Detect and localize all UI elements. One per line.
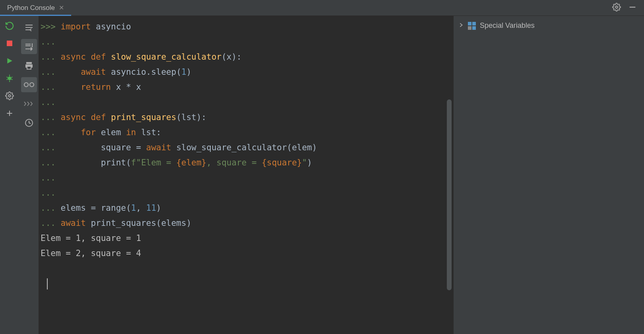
show-variables-icon[interactable] (21, 77, 37, 92)
svg-point-11 (8, 95, 11, 97)
debug-icon[interactable] (4, 73, 15, 84)
console-output[interactable]: >>> import asyncio ... ... async def slo… (39, 16, 453, 334)
print-icon[interactable] (21, 58, 37, 73)
special-variables-label: Special Variables (480, 21, 535, 30)
svg-rect-21 (26, 62, 32, 64)
tab-group: Python Console ✕ (0, 0, 71, 16)
svg-point-24 (24, 83, 28, 87)
command-queue-icon[interactable] (21, 96, 37, 111)
chevron-right-icon (458, 21, 464, 30)
tab-python-console[interactable]: Python Console ✕ (0, 0, 71, 16)
toolbar-primary (0, 16, 19, 334)
svg-point-25 (30, 83, 34, 87)
top-actions (612, 3, 644, 13)
svg-marker-3 (7, 58, 12, 64)
run-icon[interactable] (4, 56, 15, 66)
toolbar-secondary (19, 16, 39, 334)
stop-icon[interactable] (4, 38, 15, 49)
svg-rect-2 (7, 41, 12, 46)
history-icon[interactable] (21, 115, 37, 130)
tab-label: Python Console (7, 4, 55, 12)
minimize-icon[interactable] (628, 3, 637, 13)
svg-point-4 (8, 76, 11, 80)
gear-icon[interactable] (612, 3, 621, 13)
rerun-icon[interactable] (4, 21, 15, 31)
special-variables-row[interactable]: Special Variables (454, 20, 644, 31)
svg-line-8 (12, 77, 13, 78)
svg-point-0 (615, 6, 618, 8)
svg-line-7 (7, 77, 8, 78)
text-cursor (47, 278, 48, 289)
output-line: Elem = 2, square = 4 (41, 249, 141, 258)
main-area: >>> import asyncio ... ... async def slo… (0, 16, 644, 334)
output-line: Elem = 1, square = 1 (41, 233, 141, 243)
scroll-to-end-icon[interactable] (21, 39, 37, 54)
prompt-cont: ... (41, 37, 61, 47)
soft-wrap-icon[interactable] (21, 20, 37, 35)
variables-panel: Special Variables (453, 16, 644, 334)
variables-group-icon (468, 22, 476, 30)
scrollbar-thumb[interactable] (447, 99, 452, 290)
settings-icon[interactable] (4, 91, 15, 101)
add-icon[interactable] (4, 108, 15, 118)
svg-line-9 (7, 79, 8, 80)
title-bar: Python Console ✕ (0, 0, 644, 16)
prompt-primary: >>> (41, 22, 61, 31)
svg-line-10 (12, 79, 13, 80)
close-icon[interactable]: ✕ (59, 4, 64, 12)
svg-rect-23 (27, 66, 31, 69)
